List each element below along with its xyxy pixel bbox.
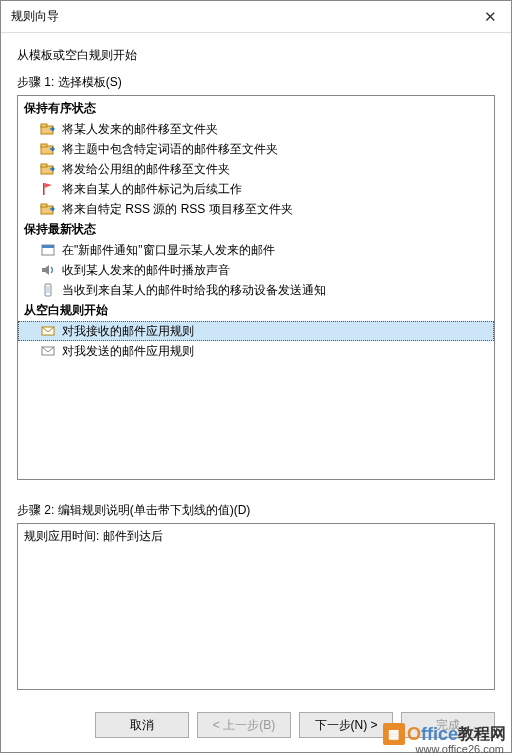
list-item-label: 在"新邮件通知"窗口显示某人发来的邮件 bbox=[62, 241, 275, 259]
step1-label: 步骤 1: 选择模板(S) bbox=[17, 74, 495, 91]
list-item-label: 将来自某人的邮件标记为后续工作 bbox=[62, 180, 242, 198]
envelope-out-icon bbox=[40, 343, 56, 359]
template-item-alert[interactable]: 在"新邮件通知"窗口显示某人发来的邮件 bbox=[18, 240, 494, 260]
alert-window-icon bbox=[40, 242, 56, 258]
folder-move-icon bbox=[40, 161, 56, 177]
template-item-mobile[interactable]: 当收到来自某人的邮件时给我的移动设备发送通知 bbox=[18, 280, 494, 300]
close-icon: ✕ bbox=[484, 8, 497, 26]
folder-move-icon bbox=[40, 121, 56, 137]
envelope-in-icon bbox=[40, 323, 56, 339]
template-item-move-subject[interactable]: 将主题中包含特定词语的邮件移至文件夹 bbox=[18, 139, 494, 159]
svg-rect-12 bbox=[46, 286, 50, 293]
list-item-label: 将来自特定 RSS 源的 RSS 项目移至文件夹 bbox=[62, 200, 293, 218]
template-item-rss[interactable]: 将来自特定 RSS 源的 RSS 项目移至文件夹 bbox=[18, 199, 494, 219]
svg-rect-8 bbox=[41, 204, 47, 207]
speaker-icon bbox=[40, 262, 56, 278]
list-item-label: 收到某人发来的邮件时播放声音 bbox=[62, 261, 230, 279]
flag-icon bbox=[40, 181, 56, 197]
step2-label: 步骤 2: 编辑规则说明(单击带下划线的值)(D) bbox=[17, 502, 495, 519]
dialog-content: 从模板或空白规则开始 步骤 1: 选择模板(S) 保持有序状态 将某人发来的邮件… bbox=[1, 33, 511, 700]
group-header-organized: 保持有序状态 bbox=[18, 98, 494, 119]
svg-rect-5 bbox=[41, 164, 47, 167]
cancel-button[interactable]: 取消 bbox=[95, 712, 189, 738]
template-item-move-from-person[interactable]: 将某人发来的邮件移至文件夹 bbox=[18, 119, 494, 139]
svg-rect-3 bbox=[41, 144, 47, 147]
rule-description-box[interactable]: 规则应用时间: 邮件到达后 bbox=[17, 523, 495, 690]
group-header-blank: 从空白规则开始 bbox=[18, 300, 494, 321]
list-item-label: 对我发送的邮件应用规则 bbox=[62, 342, 194, 360]
rule-description-text: 规则应用时间: 邮件到达后 bbox=[24, 529, 163, 543]
mobile-icon bbox=[40, 282, 56, 298]
template-listbox[interactable]: 保持有序状态 将某人发来的邮件移至文件夹 将主题中包含特定词语的邮件移至文件夹 … bbox=[17, 95, 495, 480]
template-item-sent[interactable]: 对我发送的邮件应用规则 bbox=[18, 341, 494, 361]
list-item-label: 将主题中包含特定词语的邮件移至文件夹 bbox=[62, 140, 278, 158]
title-bar: 规则向导 ✕ bbox=[1, 1, 511, 33]
finish-button[interactable]: 完成 bbox=[401, 712, 495, 738]
folder-move-icon bbox=[40, 201, 56, 217]
template-item-sound[interactable]: 收到某人发来的邮件时播放声音 bbox=[18, 260, 494, 280]
list-item-label: 将某人发来的邮件移至文件夹 bbox=[62, 120, 218, 138]
dialog-footer: 取消 < 上一步(B) 下一步(N) > 完成 bbox=[1, 700, 511, 752]
folder-move-icon bbox=[40, 141, 56, 157]
svg-rect-6 bbox=[43, 183, 45, 195]
list-item-label: 将发给公用组的邮件移至文件夹 bbox=[62, 160, 230, 178]
list-item-label: 对我接收的邮件应用规则 bbox=[62, 322, 194, 340]
template-item-received[interactable]: 对我接收的邮件应用规则 bbox=[18, 321, 494, 341]
window-title: 规则向导 bbox=[11, 8, 59, 25]
rules-wizard-dialog: 规则向导 ✕ 从模板或空白规则开始 步骤 1: 选择模板(S) 保持有序状态 将… bbox=[0, 0, 512, 753]
template-item-move-group[interactable]: 将发给公用组的邮件移至文件夹 bbox=[18, 159, 494, 179]
template-item-flag[interactable]: 将来自某人的邮件标记为后续工作 bbox=[18, 179, 494, 199]
next-button[interactable]: 下一步(N) > bbox=[299, 712, 393, 738]
svg-rect-1 bbox=[41, 124, 47, 127]
close-button[interactable]: ✕ bbox=[469, 1, 511, 32]
svg-rect-10 bbox=[42, 245, 54, 248]
list-item-label: 当收到来自某人的邮件时给我的移动设备发送通知 bbox=[62, 281, 326, 299]
intro-text: 从模板或空白规则开始 bbox=[17, 47, 495, 64]
back-button[interactable]: < 上一步(B) bbox=[197, 712, 291, 738]
group-header-uptodate: 保持最新状态 bbox=[18, 219, 494, 240]
